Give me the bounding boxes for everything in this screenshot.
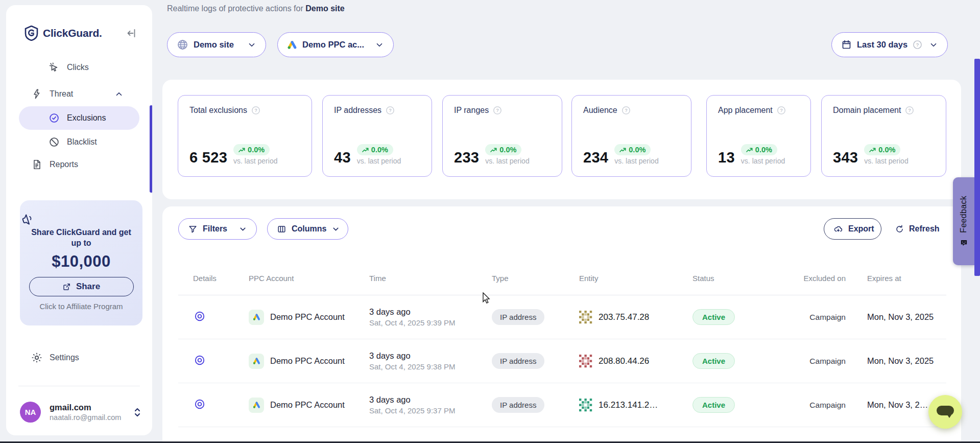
date-range-selector[interactable]: Last 30 days ? <box>831 32 948 57</box>
sidebar-divider <box>18 386 140 386</box>
sidebar-item-reports[interactable]: Reports <box>6 153 152 176</box>
stat-value: 6 523 <box>189 150 227 165</box>
share-button[interactable]: Share <box>29 277 134 296</box>
columns-button[interactable]: Columns <box>267 218 348 240</box>
sidebar-item-settings[interactable]: Settings <box>6 346 152 369</box>
chevron-up-icon[interactable] <box>114 89 124 99</box>
google-ads-icon <box>249 310 264 325</box>
page-subtitle: Realtime logs of protective actions for … <box>167 4 345 13</box>
svg-text:?: ? <box>909 108 911 113</box>
row-excluded-on: Campaign <box>796 313 850 322</box>
entity-identicon-icon <box>579 311 592 324</box>
sidebar-item-label: Clicks <box>67 63 89 72</box>
stat-caption: vs. last period <box>864 157 908 165</box>
feedback-tab[interactable]: Feedback <box>953 177 974 265</box>
cursor-click-icon <box>49 62 60 73</box>
trend-up-icon-label: 0.0% <box>499 146 516 154</box>
svg-text:?: ? <box>496 108 499 113</box>
trend-up-icon-label: 0.0% <box>755 146 772 154</box>
promo-title: Share ClickGuard and get up to <box>30 227 132 248</box>
page-scrollbar-thumb[interactable] <box>974 59 980 276</box>
columns-icon <box>277 224 286 234</box>
stat-value: 234 <box>583 150 608 165</box>
view-details-eye-icon[interactable] <box>194 398 206 410</box>
stat-label: IP ranges <box>454 106 489 115</box>
stat-delta-badge: 0.0% <box>614 144 651 155</box>
account-switcher[interactable]: NA gmail.com naatali.ro@gmail.com <box>20 402 142 423</box>
chevron-up-down-icon <box>133 407 142 417</box>
stat-delta-badge: 0.0% <box>233 144 270 155</box>
table-row: Demo PPC Account3 days agoSat, Oct 4, 20… <box>178 383 946 427</box>
ppc-account-selector[interactable]: Demo PPC ac... <box>277 32 394 57</box>
stat-label: Total exclusions <box>189 106 247 115</box>
ppc-account-selector-value: Demo PPC ac... <box>302 40 364 50</box>
stat-caption: vs. last period <box>741 157 785 165</box>
sidebar-collapse-icon[interactable] <box>126 27 138 39</box>
affiliate-link[interactable]: Click to Affiliate Program <box>20 302 142 311</box>
row-time-relative: 3 days ago <box>369 351 485 361</box>
globe-icon <box>177 39 188 51</box>
refresh-icon <box>895 224 904 234</box>
row-ppc-account: Demo PPC Account <box>270 356 345 366</box>
row-entity: 16.213.141.2… <box>599 400 658 410</box>
row-ppc-account: Demo PPC Account <box>270 400 345 410</box>
external-link-icon <box>62 282 71 291</box>
stat-caption: vs. last period <box>485 157 529 165</box>
google-ads-icon <box>249 398 264 413</box>
sidebar-scrollbar-thumb[interactable] <box>150 105 152 193</box>
trend-up-icon-label: 0.0% <box>878 146 895 154</box>
logs-panel: Filters Columns Export Refresh Details P… <box>162 206 961 443</box>
sidebar-item-threat[interactable]: Threat <box>6 83 152 105</box>
chat-bubble-icon <box>936 405 954 419</box>
site-selector[interactable]: Demo site <box>167 32 266 57</box>
refresh-button[interactable]: Refresh <box>895 218 940 240</box>
brand-name: ClickGuard. <box>43 27 102 39</box>
row-expires-at: Mon, Nov 3, 2025 <box>850 312 946 322</box>
chevron-down-icon <box>331 225 340 234</box>
filter-icon <box>188 224 198 234</box>
table-row: Demo PPC Account3 days agoSat, Oct 4, 20… <box>178 339 946 383</box>
user-email: naatali.ro@gmail.com <box>50 413 121 422</box>
avatar: NA <box>20 402 41 423</box>
row-type-badge: IP address <box>492 397 544 413</box>
ban-icon <box>49 136 60 148</box>
row-time-absolute: Sat, Oct 4, 2025 9:37 PM <box>369 406 485 415</box>
filters-button[interactable]: Filters <box>178 218 257 240</box>
user-name: gmail.com <box>50 403 121 412</box>
row-excluded-on: Campaign <box>796 357 850 366</box>
help-icon: ? <box>905 106 914 115</box>
row-expires-at: Mon, Nov 3, 2025 <box>850 356 946 366</box>
help-icon: ? <box>251 106 260 115</box>
chevron-down-icon <box>929 40 938 50</box>
row-time-relative: 3 days ago <box>369 307 485 317</box>
export-button[interactable]: Export <box>824 218 881 240</box>
sidebar-item-clicks[interactable]: Clicks <box>6 56 152 79</box>
google-ads-icon <box>287 40 297 50</box>
sidebar-item-exclusions[interactable]: Exclusions <box>19 106 139 130</box>
svg-text:?: ? <box>625 108 627 113</box>
row-status-badge: Active <box>692 397 735 413</box>
row-status-badge: Active <box>692 353 735 369</box>
feedback-smiley-icon <box>960 239 968 247</box>
help-icon: ? <box>622 106 631 115</box>
trend-up-icon-label: 0.0% <box>248 146 265 154</box>
col-header-excluded-on: Excluded on <box>796 273 850 283</box>
chat-launcher-button[interactable] <box>928 395 962 429</box>
view-details-eye-icon[interactable] <box>194 354 206 366</box>
svg-text:?: ? <box>389 108 392 113</box>
affiliate-promo-card[interactable]: Share ClickGuard and get up to $10,000 S… <box>20 200 142 325</box>
col-header-details: Details <box>178 274 234 283</box>
feedback-tab-label: Feedback <box>959 196 968 233</box>
stat-label: App placement <box>718 106 773 115</box>
row-time-absolute: Sat, Oct 4, 2025 9:38 PM <box>369 362 485 371</box>
chevron-down-icon <box>238 225 247 234</box>
entity-identicon-icon <box>579 355 592 368</box>
view-details-eye-icon[interactable] <box>194 310 206 322</box>
trend-up-icon-label: 0.0% <box>629 146 646 154</box>
export-button-label: Export <box>848 224 874 234</box>
sidebar-item-label: Blacklist <box>67 137 97 147</box>
site-selector-value: Demo site <box>194 40 234 50</box>
google-ads-icon <box>249 354 264 369</box>
sidebar-item-blacklist[interactable]: Blacklist <box>6 131 152 153</box>
stat-label: Domain placement <box>833 106 901 115</box>
